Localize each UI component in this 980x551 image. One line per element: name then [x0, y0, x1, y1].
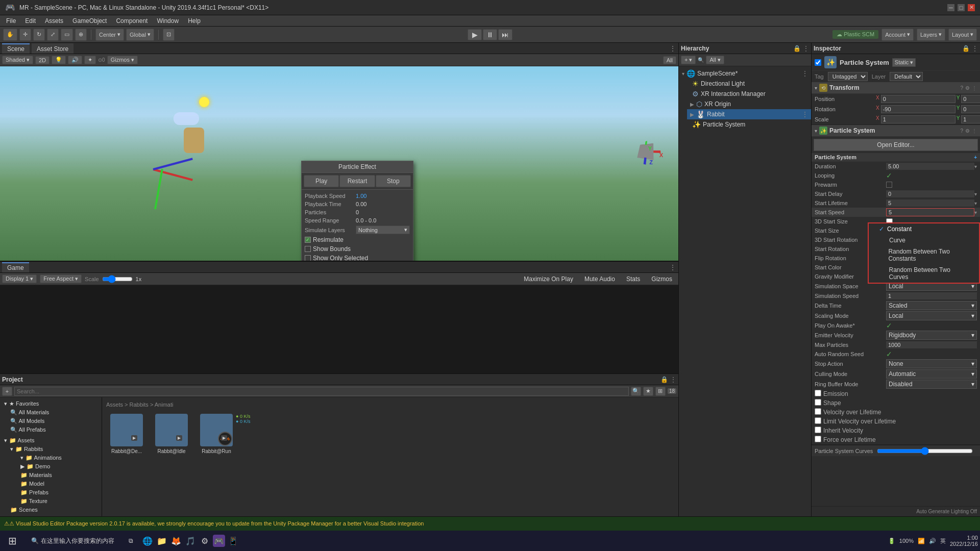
hier-directional-light[interactable]: ☀ Directional Light	[687, 79, 811, 89]
demo-folder[interactable]: ▶📁 Demo	[18, 462, 100, 471]
assets-folder[interactable]: ▾📁 Assets	[2, 436, 100, 445]
hier-xr-origin[interactable]: ▶ ⬡ XR Origin	[687, 99, 811, 109]
project-menu[interactable]: ⋮	[670, 376, 676, 383]
mute-audio[interactable]: Mute Audio	[580, 274, 619, 284]
rot-y-field[interactable]	[961, 105, 980, 113]
hier-rabbit-menu[interactable]: ⋮	[802, 111, 808, 118]
hier-xr-interaction[interactable]: ⚙ XR Interaction Manager	[687, 89, 811, 99]
taskbar-music-icon[interactable]: 🎵	[184, 535, 197, 547]
gizmos-button[interactable]: Gizmos ▾	[107, 56, 138, 64]
ps-shape-check[interactable]	[815, 399, 821, 406]
hierarchy-all-btn[interactable]: All ▾	[706, 56, 724, 64]
step-button[interactable]: ⏭	[498, 29, 512, 40]
all-button[interactable]: All	[663, 56, 676, 64]
aspect-button[interactable]: Free Aspect ▾	[40, 274, 82, 283]
inspector-menu[interactable]: ⋮	[972, 45, 978, 52]
layout-button[interactable]: Layout ▾	[948, 29, 977, 41]
audio-button[interactable]: 🔊	[68, 56, 82, 64]
ps-vel-lifetime-check[interactable]	[815, 408, 821, 415]
ps-start-speed-arrow[interactable]: ▾	[974, 210, 977, 215]
fx-button[interactable]: ✦	[84, 56, 96, 64]
rabbits-folder[interactable]: ▾📁 Rabbits	[8, 445, 100, 454]
ps-help-btn[interactable]: ?	[960, 128, 963, 134]
ps-culling-mode-dropdown[interactable]: Automatic▾	[886, 369, 977, 379]
rotate-tool[interactable]: ↻	[33, 29, 45, 41]
ps-auto-random-seed-check[interactable]: ✓	[886, 350, 892, 358]
model-folder[interactable]: 📁 Model	[18, 480, 100, 488]
taskbar-game-icon[interactable]: 🎮	[213, 535, 225, 547]
snap-button[interactable]: ⊡	[163, 29, 175, 41]
pe-resimulate-checkbox[interactable]: ✓	[305, 237, 311, 243]
hierarchy-lock[interactable]: 🔒	[793, 45, 801, 52]
object-active-checkbox[interactable]	[815, 59, 821, 66]
ps-delta-time-dropdown[interactable]: Scaled▾	[886, 301, 977, 310]
taskbar-folder-icon[interactable]: 📁	[156, 535, 168, 547]
pos-y-field[interactable]	[961, 95, 980, 103]
rot-x-field[interactable]	[881, 105, 955, 113]
ps-looping-check[interactable]: ✓	[886, 171, 892, 180]
ps-start-delay-arrow[interactable]: ▾	[974, 191, 977, 197]
hand-tool[interactable]: ✋	[3, 29, 17, 41]
taskbar-firefox-icon[interactable]: 🦊	[170, 535, 182, 547]
start-button[interactable]: ⊞	[2, 532, 23, 550]
hier-scene[interactable]: ▾ 🌐 SampleScene* ⋮	[679, 68, 811, 79]
filter-btn[interactable]: ★	[643, 387, 653, 396]
prefabs-folder[interactable]: 📁 Prefabs	[18, 488, 100, 497]
play-button[interactable]: ▶	[468, 29, 482, 40]
scenes-folder[interactable]: 📁 Scenes	[8, 506, 100, 514]
sort-btn[interactable]: ⊞	[655, 387, 666, 396]
ps-duration-arrow[interactable]: ▾	[974, 164, 977, 169]
minimize-button[interactable]: ─	[947, 4, 954, 11]
favorites-folder[interactable]: ▾★ Favorites	[2, 399, 100, 408]
ps-add-btn[interactable]: +	[974, 155, 977, 160]
ps-play-awake-check[interactable]: ✓	[886, 321, 892, 330]
texture-folder[interactable]: 📁 Texture	[18, 497, 100, 506]
maximize-on-play[interactable]: Maximize On Play	[520, 274, 577, 284]
tab-game[interactable]: Game	[2, 262, 29, 272]
all-materials[interactable]: 🔍 All Materials	[8, 408, 100, 417]
shading-mode-button[interactable]: Shaded ▾	[2, 56, 33, 64]
ps-max-particles-value[interactable]: 1000	[886, 341, 977, 348]
pe-simulate-layers-dropdown[interactable]: Nothing ▾	[356, 226, 410, 234]
add-hierarchy-btn[interactable]: + ▾	[681, 56, 696, 64]
transform-help-btn[interactable]: ?	[960, 85, 963, 91]
pe-stop-btn[interactable]: Stop	[376, 175, 411, 187]
game-gizmos[interactable]: Gizmos	[647, 274, 676, 284]
ps-ring-buffer-dropdown[interactable]: Disabled▾	[886, 380, 977, 389]
ps-sim-speed-value[interactable]: 1	[886, 292, 977, 299]
pe-play-btn[interactable]: Play	[304, 175, 339, 187]
ps-menu-btn[interactable]: ⋮	[972, 128, 977, 134]
xri-folder[interactable]: 📁 XRI	[8, 514, 100, 516]
taskbar-edge-icon[interactable]: 🌐	[141, 535, 154, 547]
2d-button[interactable]: 2D	[35, 56, 50, 64]
dropdown-random-two-curves[interactable]: Random Between Two Curves	[869, 264, 979, 283]
move-tool[interactable]: ✛	[19, 29, 31, 41]
ps-start-speed-value[interactable]: 5	[886, 208, 974, 216]
plastic-scm-button[interactable]: ☁ Plastic SCM	[832, 30, 878, 39]
ps-inherit-vel-check[interactable]	[815, 427, 821, 433]
open-editor-btn[interactable]: Open Editor...	[814, 139, 978, 151]
all-prefabs[interactable]: 🔍 All Prefabs	[8, 425, 100, 434]
ps-start-lifetime-value[interactable]: 5	[886, 199, 974, 207]
scale-x-field[interactable]	[881, 115, 955, 123]
tab-asset-store[interactable]: Asset Store	[32, 43, 74, 54]
asset-rabbit-dead[interactable]: ▶ Rabbit@De...	[106, 414, 147, 454]
menu-help[interactable]: Help	[184, 16, 205, 26]
dropdown-curve[interactable]: Curve	[869, 235, 979, 246]
layers-button[interactable]: Layers ▾	[917, 29, 945, 41]
ps-prewarm-check[interactable]	[886, 182, 892, 188]
close-button[interactable]: ✕	[968, 4, 975, 11]
static-button[interactable]: Static ▾	[892, 58, 916, 67]
ps-emission-check[interactable]	[815, 390, 821, 396]
pe-show-only-selected-checkbox[interactable]	[305, 255, 311, 261]
all-models[interactable]: 🔍 All Models	[8, 417, 100, 425]
scene-panel-menu[interactable]: ⋮	[669, 44, 676, 53]
pivot-button[interactable]: Center ▾	[95, 29, 124, 41]
scale-y-field[interactable]	[961, 115, 980, 123]
menu-gameobject[interactable]: GameObject	[68, 16, 111, 26]
hier-rabbit[interactable]: ▶ 🐰 Rabbit ⋮	[687, 109, 811, 119]
game-panel-menu[interactable]: ⋮	[669, 263, 676, 271]
materials-folder[interactable]: 📁 Materials	[18, 471, 100, 480]
ps-scaling-mode-dropdown[interactable]: Local▾	[886, 311, 977, 320]
menu-edit[interactable]: Edit	[21, 16, 40, 26]
